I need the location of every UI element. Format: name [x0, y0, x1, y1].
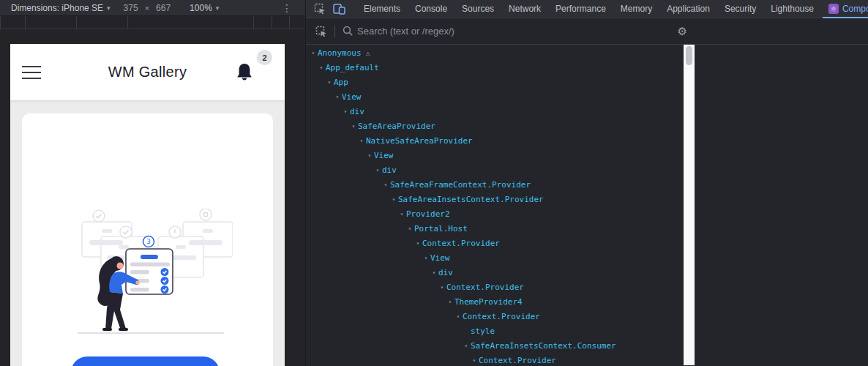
tree-node-nativesafeareaprovider[interactable]: ▾NativeSafeAreaProvider: [306, 134, 684, 149]
scrollbar-thumb[interactable]: [686, 46, 692, 65]
components-toolbar: ⚙: [306, 18, 868, 45]
tab-lighthouse[interactable]: Lighthouse: [763, 0, 821, 18]
tree-node-app[interactable]: ▾App: [306, 75, 684, 90]
expand-arrow-icon[interactable]: ▾: [357, 134, 366, 149]
expand-arrow-icon[interactable]: ▾: [317, 61, 326, 75]
expand-arrow-icon[interactable]: ▾: [373, 163, 382, 178]
empty-state-card: 3: [22, 113, 273, 366]
component-name: Context.Provider: [479, 354, 556, 365]
notification-bell-icon[interactable]: [235, 62, 254, 83]
scrollbar[interactable]: [684, 45, 695, 365]
expand-arrow-icon[interactable]: ▾: [446, 295, 454, 310]
dimensions-select[interactable]: Dimensions: iPhone SE ▾: [11, 3, 111, 13]
tree-node-context-provider[interactable]: ▾Context.Provider: [306, 280, 684, 295]
zoom-select[interactable]: 100% ▾: [190, 3, 219, 13]
multiply-icon: ×: [145, 4, 149, 12]
tab-sources[interactable]: Sources: [454, 0, 501, 18]
tree-node-app-default[interactable]: ▾App_default: [306, 61, 684, 75]
primary-action-button[interactable]: [71, 356, 220, 366]
chevron-down-icon: ▾: [216, 4, 220, 12]
tree-node-div[interactable]: ▾div: [306, 266, 684, 280]
dimensions-label: Dimensions: iPhone SE: [11, 3, 103, 13]
expand-arrow-icon[interactable]: ▾: [414, 236, 422, 251]
tree-node-safeareainsetscontext-consumer[interactable]: ▾SafeAreaInsetsContext.Consumer: [306, 339, 684, 354]
component-name: Provider2: [406, 207, 450, 222]
expand-arrow-icon[interactable]: ▾: [422, 251, 430, 266]
expand-arrow-icon[interactable]: ▾: [365, 149, 374, 163]
tree-node-context-provider[interactable]: ▾Context.Provider: [306, 354, 684, 365]
expand-arrow-icon[interactable]: ▾: [462, 339, 471, 354]
expand-arrow-icon[interactable]: ▾: [405, 222, 414, 236]
component-name: Context.Provider: [422, 236, 500, 251]
tree-node-safeareaprovider[interactable]: ▾SafeAreaProvider: [306, 119, 684, 134]
component-detail-pane: [695, 45, 868, 365]
component-name: style: [471, 324, 495, 339]
tab-label: Security: [725, 0, 756, 18]
expand-arrow-icon[interactable]: ▾: [470, 354, 479, 365]
tree-node-view[interactable]: ▾View: [306, 251, 684, 266]
expand-arrow-icon[interactable]: ▾: [341, 105, 350, 119]
tab-application[interactable]: Application: [659, 0, 717, 18]
component-name: Anonymous: [318, 46, 362, 61]
tab-label: Lighthouse: [771, 0, 814, 18]
expand-arrow-icon[interactable]: ▾: [349, 119, 358, 134]
svg-text:3: 3: [146, 238, 150, 245]
component-name: div: [438, 266, 453, 280]
component-name: div: [350, 105, 364, 119]
gallery-empty-illustration: 3: [72, 209, 233, 340]
tab-components[interactable]: ⚛Components: [821, 0, 868, 18]
height-field[interactable]: 667: [156, 3, 171, 13]
tree-node-anonymous[interactable]: ▾Anonymous⚠: [306, 46, 684, 61]
expand-arrow-icon[interactable]: ▾: [333, 90, 342, 105]
tab-label: Elements: [364, 0, 400, 18]
tree-node-style[interactable]: style: [306, 324, 684, 339]
components-body: ▾Anonymous⚠▾App_default▾App▾View▾div▾Saf…: [306, 45, 868, 365]
tree-node-provider2[interactable]: ▾Provider2: [306, 207, 684, 222]
tab-network[interactable]: Network: [501, 0, 548, 18]
search-icon: [339, 26, 357, 37]
tree-node-safeareaframecontext-provider[interactable]: ▾SafeAreaFrameContext.Provider: [306, 178, 684, 193]
component-name: View: [374, 149, 394, 163]
components-inspect-icon[interactable]: [312, 26, 331, 37]
component-name: NativeSafeAreaProvider: [366, 134, 473, 149]
expand-arrow-icon[interactable]: ▾: [430, 266, 438, 280]
toolbar-divider: [334, 26, 335, 37]
tab-memory[interactable]: Memory: [613, 0, 659, 18]
tree-node-view[interactable]: ▾View: [306, 90, 684, 105]
search-input[interactable]: [357, 26, 676, 37]
component-name: SafeAreaProvider: [358, 119, 435, 134]
tab-label: Components: [842, 0, 868, 18]
tab-elements[interactable]: Elements: [356, 0, 408, 18]
tree-node-safeareainsetscontext-provider[interactable]: ▾SafeAreaInsetsContext.Provider: [306, 193, 684, 207]
browser-devtools-window: Dimensions: iPhone SE ▾ 375 × 667 100% ▾…: [0, 0, 868, 366]
expand-arrow-icon[interactable]: ▾: [397, 207, 406, 222]
expand-arrow-icon[interactable]: ▾: [454, 310, 463, 324]
component-name: Context.Provider: [463, 310, 540, 324]
expand-arrow-icon[interactable]: ▾: [389, 193, 398, 207]
tree-node-div[interactable]: ▾div: [306, 105, 684, 119]
component-name: App_default: [326, 61, 379, 75]
component-name: SafeAreaFrameContext.Provider: [390, 178, 531, 193]
tree-node-view[interactable]: ▾View: [306, 149, 684, 163]
component-name: App: [334, 75, 348, 90]
tab-security[interactable]: Security: [717, 0, 763, 18]
device-toolbar-toggle-icon[interactable]: [329, 4, 349, 15]
tree-node-div[interactable]: ▾div: [306, 163, 684, 178]
expand-arrow-icon[interactable]: ▾: [438, 280, 446, 295]
expand-arrow-icon[interactable]: ▾: [325, 75, 334, 90]
expand-arrow-icon[interactable]: ▾: [309, 46, 318, 61]
detail-pane-toolbar: [695, 18, 868, 44]
phone-viewport: WM Gallery 2: [10, 44, 285, 366]
more-options-icon[interactable]: ⋮: [282, 2, 292, 14]
tree-node-context-provider[interactable]: ▾Context.Provider: [306, 310, 684, 324]
tab-console[interactable]: Console: [408, 0, 454, 18]
inspect-element-icon[interactable]: [310, 3, 329, 15]
tree-node-context-provider[interactable]: ▾Context.Provider: [306, 236, 684, 251]
settings-gear-icon[interactable]: ⚙: [676, 25, 689, 38]
tab-performance[interactable]: Performance: [548, 0, 613, 18]
component-name: View: [430, 251, 450, 266]
tree-node-portal-host[interactable]: ▾Portal.Host: [306, 222, 684, 236]
tree-node-themeprovider4[interactable]: ▾ThemeProvider4: [306, 295, 684, 310]
width-field[interactable]: 375: [124, 3, 138, 13]
expand-arrow-icon[interactable]: ▾: [381, 178, 390, 193]
